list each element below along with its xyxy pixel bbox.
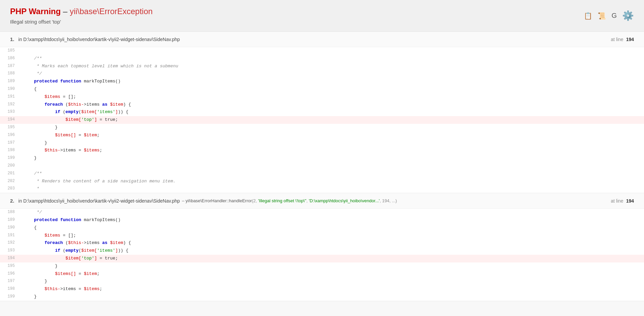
code-content-cell: $this->items = $items; (20, 147, 644, 154)
warning-label: PHP Warning (10, 7, 61, 16)
code-content-cell: */ (20, 70, 644, 78)
line-number: 194 (626, 198, 634, 204)
code-content-cell: /** (20, 55, 644, 63)
code-content-cell: */ (20, 209, 644, 216)
frame-header-1: 1.in D:\xampp\htdocs\yii_hoibo\vendor\ka… (0, 32, 644, 47)
code-row: 196 $items[] = $item; (0, 132, 644, 139)
code-row: 188 */ (0, 70, 644, 78)
line-number-cell: 193 (0, 247, 20, 255)
header-toolbar: 📋 📜 G ⚙️ (584, 10, 634, 21)
code-content-cell: protected function markTopItems() (20, 78, 644, 85)
code-content-cell: } (20, 278, 644, 285)
stack-trace-content: 1.in D:\xampp\htdocs\yii_hoibo\vendor\ka… (0, 32, 644, 301)
line-number-cell: 203 (0, 185, 20, 193)
code-content-cell: foreach ($this->items as $item) { (20, 239, 644, 247)
exception-class: yii\base\ErrorException (70, 7, 153, 16)
code-content-cell: $item['top'] = true; (20, 255, 644, 262)
code-row: 198 $this->items = $items; (0, 147, 644, 154)
code-content-cell: } (20, 139, 644, 147)
code-row: 185 (0, 47, 644, 55)
line-number-cell: 192 (0, 101, 20, 109)
code-content-cell: } (20, 262, 644, 270)
copy-icon[interactable]: 📋 (584, 12, 592, 20)
line-number-cell: 194 (0, 255, 20, 262)
settings-icon[interactable]: ⚙️ (622, 10, 634, 21)
line-number-cell: 195 (0, 262, 20, 270)
page-header: PHP Warning – yii\base\ErrorException Il… (0, 0, 644, 32)
code-row: 197 } (0, 278, 644, 285)
code-row: 189 protected function markTopItems() (0, 216, 644, 224)
line-number-cell: 200 (0, 162, 20, 170)
code-row: 190 { (0, 85, 644, 93)
code-row: 199 } (0, 293, 644, 301)
line-number-cell: 196 (0, 270, 20, 278)
line-number-cell: 195 (0, 124, 20, 132)
line-number-cell: 198 (0, 285, 20, 293)
code-content-cell: if (empty($item['items'])) { (20, 247, 644, 255)
line-number-cell: 187 (0, 63, 20, 70)
code-row: 190 { (0, 224, 644, 232)
code-content-cell (20, 47, 644, 55)
code-row: 201 /** (0, 170, 644, 178)
code-row: 193 if (empty($item['items'])) { (0, 247, 644, 255)
line-number-cell: 186 (0, 55, 20, 63)
code-content-cell: $items[] = $item; (20, 270, 644, 278)
code-row: 186 /** (0, 55, 644, 63)
code-content-cell: } (20, 154, 644, 162)
line-number-cell: 185 (0, 47, 20, 55)
line-number-cell: 189 (0, 216, 20, 224)
code-row: 203 * (0, 185, 644, 193)
code-block: 185 186 /**187 * Marks each topmost leve… (0, 47, 644, 193)
code-content-cell: $this->items = $items; (20, 285, 644, 293)
code-content-cell (20, 162, 644, 170)
code-row: 188 */ (0, 209, 644, 216)
frame-path: in D:\xampp\htdocs\yii_hoibo\vendor\kart… (18, 37, 180, 42)
line-number-cell: 197 (0, 139, 20, 147)
error-message: Illegal string offset 'top' (10, 19, 153, 25)
line-number-cell: 190 (0, 224, 20, 232)
code-content-cell: $items = []; (20, 232, 644, 240)
code-content-cell: $items = []; (20, 93, 644, 101)
code-content-cell: /** (20, 170, 644, 178)
header-title-section: PHP Warning – yii\base\ErrorException Il… (10, 7, 153, 25)
frame-number: 2. (10, 198, 14, 204)
line-number-cell: 191 (0, 232, 20, 240)
line-number-cell: 197 (0, 278, 20, 285)
code-content-cell: { (20, 224, 644, 232)
code-row: 191 $items = []; (0, 232, 644, 240)
stack-frame-2: 2.in D:\xampp\htdocs\yii_hoibo\vendor\ka… (0, 193, 644, 301)
code-row: 187 * Marks each topmost level item whic… (0, 63, 644, 70)
code-content-cell: protected function markTopItems() (20, 216, 644, 224)
line-number: 194 (626, 37, 634, 42)
code-content-cell: $items[] = $item; (20, 132, 644, 139)
google-icon[interactable]: G (611, 12, 617, 20)
code-row: 195 } (0, 262, 644, 270)
code-row: 192 foreach ($this->items as $item) { (0, 101, 644, 109)
line-number-cell: 196 (0, 132, 20, 139)
line-number-cell: 192 (0, 239, 20, 247)
line-number-cell: 201 (0, 170, 20, 178)
title-separator: – (63, 7, 70, 16)
book-icon[interactable]: 📜 (598, 12, 606, 20)
code-content-cell: } (20, 124, 644, 132)
line-number-cell: 198 (0, 147, 20, 154)
line-number-cell: 199 (0, 154, 20, 162)
line-number-cell: 188 (0, 70, 20, 78)
code-content-cell: $item['top'] = true; (20, 116, 644, 124)
call-chain-text: – yii\base\ErrorHandler::handleError(2, … (182, 198, 397, 203)
line-number-cell: 190 (0, 85, 20, 93)
line-number-cell: 188 (0, 209, 20, 216)
code-row: 189 protected function markTopItems() (0, 78, 644, 85)
code-content-cell: * Renders the content of a side navigati… (20, 178, 644, 185)
code-row: 193 if (empty($item['items'])) { (0, 108, 644, 116)
code-row: 196 $items[] = $item; (0, 270, 644, 278)
frame-header-2: 2.in D:\xampp\htdocs\yii_hoibo\vendor\ka… (0, 193, 644, 209)
line-number-cell: 199 (0, 293, 20, 301)
code-content-cell: * (20, 185, 644, 193)
code-content-cell: foreach ($this->items as $item) { (20, 101, 644, 109)
line-number-cell: 193 (0, 108, 20, 116)
code-content-cell: if (empty($item['items'])) { (20, 108, 644, 116)
code-row: 197 } (0, 139, 644, 147)
at-line-label: at line (611, 198, 623, 204)
line-number-cell: 191 (0, 93, 20, 101)
